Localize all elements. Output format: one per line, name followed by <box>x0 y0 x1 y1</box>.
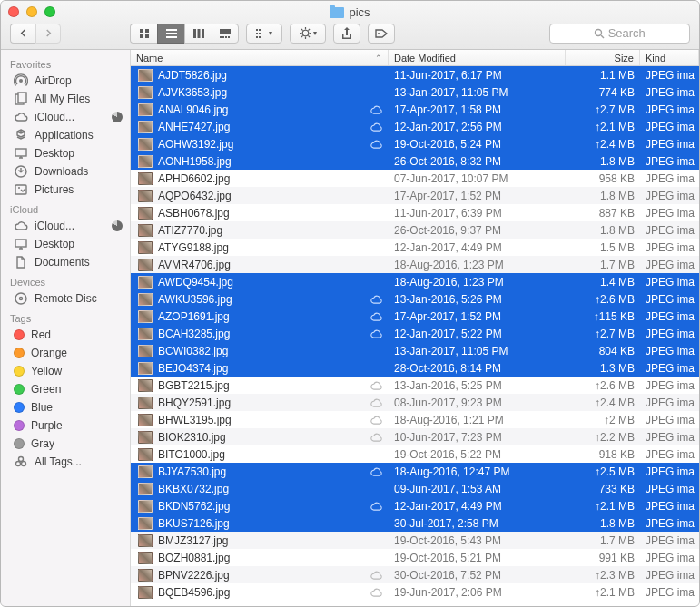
file-row[interactable]: BGBT2215.jpg13-Jan-2016, 5:25 PM2.6 MBJP… <box>131 377 699 394</box>
file-row[interactable]: BCAH3285.jpg12-Jan-2017, 5:22 PM2.7 MBJP… <box>131 325 699 342</box>
search-input[interactable]: Search <box>549 24 691 44</box>
file-row[interactable]: BEJO4374.jpg28-Oct-2016, 8:14 PM1.3 MBJP… <box>131 359 699 377</box>
file-row[interactable]: BPNV2226.jpg30-Oct-2016, 7:52 PM2.3 MBJP… <box>131 566 699 583</box>
share-button[interactable] <box>333 24 360 44</box>
file-rows[interactable]: AJDT5826.jpg11-Jun-2017, 6:17 PM1.1 MBJP… <box>131 66 699 606</box>
sidebar-item[interactable]: Red <box>1 326 130 344</box>
sidebar-item-label: Pictures <box>35 183 74 196</box>
column-size[interactable]: Size <box>566 50 640 65</box>
back-button[interactable] <box>10 24 35 44</box>
file-thumbnail-icon <box>138 224 153 237</box>
file-kind: JPEG ima <box>640 465 699 478</box>
sidebar-item[interactable]: AirDrop <box>1 72 130 90</box>
file-row[interactable]: BIOK2310.jpg10-Jun-2017, 7:23 PM2.2 MBJP… <box>131 428 699 445</box>
tag-dot-icon <box>14 438 25 449</box>
file-name: APHD6602.jpg <box>158 172 230 185</box>
sidebar-item[interactable]: Pictures <box>1 181 130 199</box>
column-view-button[interactable] <box>184 24 212 44</box>
window-controls <box>8 6 55 17</box>
svg-rect-17 <box>256 36 258 38</box>
forward-button[interactable] <box>35 24 61 44</box>
file-row[interactable]: APHD6602.jpg07-Jun-2017, 10:07 PM958 KBJ… <box>131 170 699 187</box>
sidebar-item[interactable]: All Tags... <box>1 453 130 471</box>
sidebar-item[interactable]: Blue <box>1 398 130 416</box>
file-row[interactable]: BOZH0881.jpg19-Oct-2016, 5:21 PM991 KBJP… <box>131 549 699 566</box>
zoom-icon[interactable] <box>44 6 55 17</box>
file-row[interactable]: AWKU3596.jpg13-Jan-2016, 5:26 PM2.6 MBJP… <box>131 290 699 308</box>
sidebar-item[interactable]: Gray <box>1 435 130 453</box>
file-name: ASBH0678.jpg <box>158 207 230 220</box>
file-name: AOHW3192.jpg <box>158 138 233 151</box>
file-row[interactable]: BQEB4596.jpg19-Jun-2017, 2:06 PM2.1 MBJP… <box>131 583 699 601</box>
sidebar-item[interactable]: Downloads <box>1 162 130 181</box>
tag-dot-icon <box>14 348 25 358</box>
file-row[interactable]: BKDN5762.jpg12-Jan-2017, 4:49 PM2.1 MBJP… <box>131 497 699 514</box>
icon-view-button[interactable] <box>130 24 157 44</box>
sidebar-item[interactable]: iCloud... <box>1 108 130 126</box>
file-row[interactable]: BHWL3195.jpg18-Aug-2016, 1:21 PM2 MBJPEG… <box>131 411 699 428</box>
file-row[interactable]: AWDQ9454.jpg18-Aug-2016, 1:23 PM1.4 MBJP… <box>131 273 699 290</box>
arrange-button[interactable]: ▾ <box>246 24 282 44</box>
close-icon[interactable] <box>8 6 19 17</box>
file-size: 1.7 MB <box>566 534 640 547</box>
list-view-button[interactable] <box>157 24 184 44</box>
file-row[interactable]: AJVK3653.jpg13-Jan-2017, 11:05 PM774 KBJ… <box>131 83 699 101</box>
file-row[interactable]: ASBH0678.jpg11-Jun-2017, 6:39 PM887 KBJP… <box>131 204 699 221</box>
file-date: 10-Jun-2017, 7:23 PM <box>389 431 566 444</box>
file-name: BHWL3195.jpg <box>158 414 232 426</box>
file-kind: JPEG ima <box>640 569 699 582</box>
column-name[interactable]: Name⌃ <box>131 50 389 65</box>
icloud-status-icon <box>367 328 385 338</box>
sidebar-item[interactable]: Desktop <box>1 144 130 162</box>
file-row[interactable]: BHQY2591.jpg08-Jun-2017, 9:23 PM2.4 MBJP… <box>131 394 699 411</box>
file-row[interactable]: AONH1958.jpg26-Oct-2016, 8:32 PM1.8 MBJP… <box>131 152 699 170</box>
file-row[interactable]: AJDT5826.jpg11-Jun-2017, 6:17 PM1.1 MBJP… <box>131 66 699 83</box>
sidebar-item[interactable]: Desktop <box>1 235 130 253</box>
file-row[interactable]: BKBX0732.jpg09-Jun-2017, 1:53 AM733 KBJP… <box>131 480 699 497</box>
file-row[interactable]: ANAL9046.jpg17-Apr-2017, 1:58 PM2.7 MBJP… <box>131 101 699 118</box>
file-row[interactable]: ATIZ7770.jpg26-Oct-2016, 9:37 PM1.8 MBJP… <box>131 221 699 239</box>
file-row[interactable]: AZOP1691.jpg17-Apr-2017, 1:52 PM115 KBJP… <box>131 308 699 325</box>
file-row[interactable]: AQPO6432.jpg17-Apr-2017, 1:52 PM1.8 MBJP… <box>131 187 699 204</box>
file-row[interactable]: BMJZ3127.jpg19-Oct-2016, 5:43 PM1.7 MBJP… <box>131 532 699 549</box>
file-row[interactable]: BITO1000.jpg19-Oct-2016, 5:22 PM918 KBJP… <box>131 445 699 463</box>
file-name: BKDN5762.jpg <box>158 500 230 513</box>
file-kind: JPEG ima <box>640 224 699 237</box>
file-row[interactable]: BCWI0382.jpg13-Jan-2017, 11:05 PM804 KBJ… <box>131 342 699 359</box>
sidebar-item[interactable]: All My Files <box>1 90 130 108</box>
sidebar-item[interactable]: iCloud... <box>1 217 130 235</box>
gallery-view-button[interactable] <box>212 24 239 44</box>
file-kind: JPEG ima <box>640 517 699 530</box>
file-kind: JPEG ima <box>640 500 699 513</box>
sidebar-item[interactable]: Orange <box>1 344 130 362</box>
sidebar-item[interactable]: Documents <box>1 253 130 271</box>
file-thumbnail-icon <box>138 362 153 375</box>
action-button[interactable]: ▾ <box>290 24 326 44</box>
file-row[interactable]: BKUS7126.jpg30-Jul-2017, 2:58 PM1.8 MBJP… <box>131 514 699 532</box>
file-date: 19-Oct-2016, 5:43 PM <box>389 534 566 547</box>
file-row[interactable]: ANHE7427.jpg12-Jan-2017, 2:56 PM2.1 MBJP… <box>131 118 699 135</box>
file-kind: JPEG ima <box>640 431 699 444</box>
sidebar-item[interactable]: Yellow <box>1 362 130 380</box>
column-date-modified[interactable]: Date Modified <box>389 50 566 65</box>
file-thumbnail-icon <box>138 138 153 151</box>
file-size: 991 KB <box>566 552 640 564</box>
file-row[interactable]: AVMR4706.jpg18-Aug-2016, 1:23 PM1.7 MBJP… <box>131 256 699 273</box>
sidebar-item[interactable]: Purple <box>1 416 130 435</box>
file-row[interactable]: BJYA7530.jpg18-Aug-2016, 12:47 PM2.5 MBJ… <box>131 463 699 480</box>
sidebar-item[interactable]: Applications <box>1 126 130 144</box>
sidebar[interactable]: FavoritesAirDropAll My FilesiCloud...App… <box>1 50 131 606</box>
file-kind: JPEG ima <box>640 293 699 306</box>
column-kind[interactable]: Kind <box>640 50 699 65</box>
svg-point-22 <box>378 33 380 34</box>
file-kind: JPEG ima <box>640 172 699 185</box>
minimize-icon[interactable] <box>26 6 37 17</box>
sidebar-item[interactable]: Green <box>1 380 130 398</box>
tags-button[interactable] <box>368 24 395 44</box>
file-row[interactable]: AOHW3192.jpg19-Oct-2016, 5:24 PM2.4 MBJP… <box>131 135 699 152</box>
sidebar-item[interactable]: Remote Disc <box>1 289 130 308</box>
file-kind: JPEG ima <box>640 483 699 495</box>
file-kind: JPEG ima <box>640 103 699 116</box>
file-row[interactable]: ATYG9188.jpg12-Jan-2017, 4:49 PM1.5 MBJP… <box>131 239 699 256</box>
file-kind: JPEG ima <box>640 362 699 375</box>
